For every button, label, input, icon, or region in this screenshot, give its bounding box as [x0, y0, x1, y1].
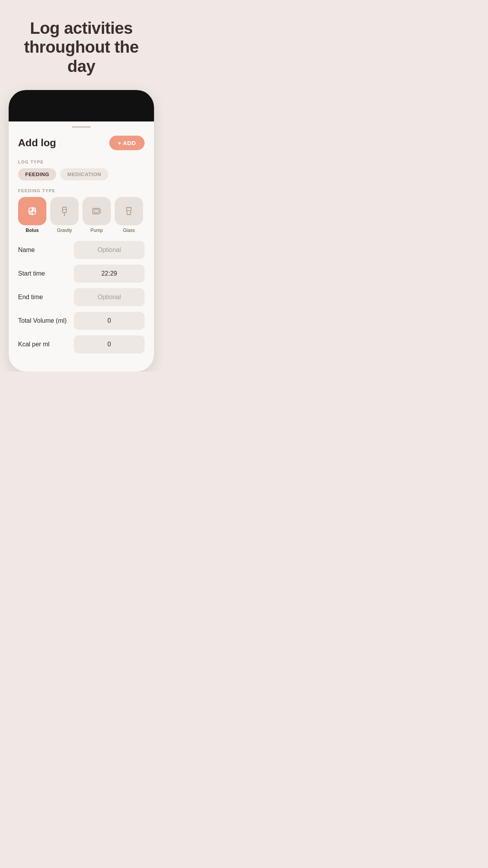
form-fields: Name Optional Start time 22:29 End time …	[18, 241, 145, 353]
svg-rect-10	[93, 208, 100, 214]
modal-title: Add log	[18, 137, 56, 149]
phone-notch	[9, 90, 154, 121]
log-type-feeding[interactable]: FEEDING	[18, 168, 56, 180]
glass-icon	[122, 204, 136, 218]
name-row: Name Optional	[18, 241, 145, 259]
end-time-label: End time	[18, 294, 43, 301]
feeding-icons-row: Bolus Gravity	[18, 197, 145, 233]
svg-line-4	[29, 213, 31, 214]
glass-icon-box	[115, 197, 143, 225]
bolus-label: Bolus	[26, 228, 39, 233]
feeding-type-glass[interactable]: Glass	[115, 197, 143, 233]
hero-section: Log activities throughout the day	[0, 0, 163, 90]
svg-point-8	[64, 215, 65, 216]
hero-title: Log activities throughout the day	[13, 19, 150, 76]
feeding-type-bolus[interactable]: Bolus	[18, 197, 46, 233]
add-button[interactable]: + ADD	[109, 136, 145, 150]
end-time-row: End time Optional	[18, 288, 145, 306]
log-type-medication[interactable]: MEDICATION	[60, 168, 108, 180]
total-volume-input[interactable]: 0	[74, 312, 145, 330]
start-time-row: Start time 22:29	[18, 265, 145, 283]
log-type-section: LOG TYPE FEEDING MEDICATION	[18, 160, 145, 180]
pump-label: Pump	[90, 228, 103, 233]
modal-header: Add log + ADD	[18, 136, 145, 150]
modal-content: Add log + ADD LOG TYPE FEEDING MEDICATIO…	[9, 128, 154, 371]
phone-mockup: Add log + ADD LOG TYPE FEEDING MEDICATIO…	[9, 90, 154, 371]
name-label: Name	[18, 246, 35, 254]
kcal-per-ml-input[interactable]: 0	[74, 335, 145, 353]
gravity-label: Gravity	[57, 228, 72, 233]
feeding-type-pump[interactable]: Pump	[83, 197, 111, 233]
feeding-type-section: FEEDING TYPE	[18, 188, 145, 233]
gravity-icon-box	[50, 197, 79, 225]
end-time-input[interactable]: Optional	[74, 288, 145, 306]
total-volume-label: Total Volume (ml)	[18, 317, 67, 324]
gravity-icon	[57, 204, 72, 218]
glass-label: Glass	[123, 228, 135, 233]
kcal-per-ml-row: Kcal per ml 0	[18, 335, 145, 353]
name-input[interactable]: Optional	[74, 241, 145, 259]
phone-screen: Add log + ADD LOG TYPE FEEDING MEDICATIO…	[9, 121, 154, 371]
pump-icon-box	[83, 197, 111, 225]
feeding-type-label: FEEDING TYPE	[18, 188, 145, 193]
log-type-label: LOG TYPE	[18, 160, 145, 164]
log-type-pills: FEEDING MEDICATION	[18, 168, 145, 180]
pump-icon	[90, 204, 104, 218]
start-time-label: Start time	[18, 270, 45, 277]
bolus-icon-box	[18, 197, 46, 225]
total-volume-row: Total Volume (ml) 0	[18, 312, 145, 330]
bolus-icon	[25, 204, 39, 218]
kcal-per-ml-label: Kcal per ml	[18, 341, 50, 348]
svg-rect-6	[62, 207, 66, 213]
feeding-type-gravity[interactable]: Gravity	[50, 197, 79, 233]
start-time-input[interactable]: 22:29	[74, 265, 145, 283]
svg-rect-11	[94, 210, 98, 213]
